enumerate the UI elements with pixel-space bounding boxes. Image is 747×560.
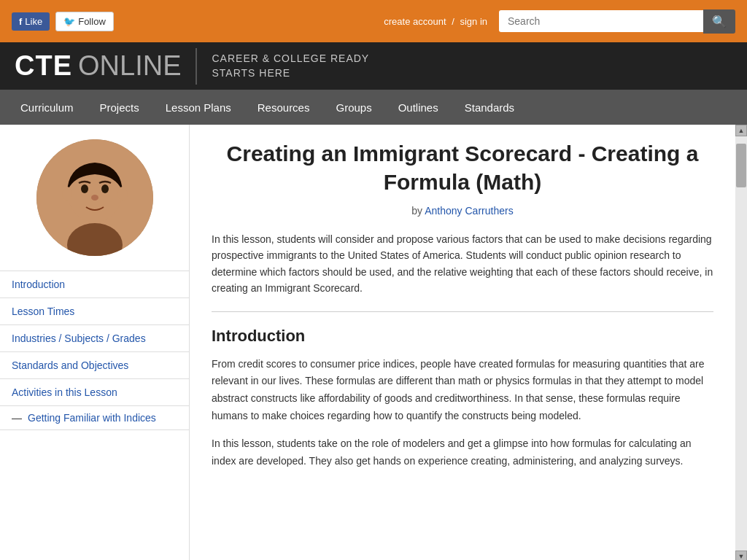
site-header: CTE ONLINE CAREER & COLLEGE READY STARTS…: [0, 42, 747, 90]
svg-point-3: [81, 184, 88, 193]
tagline-line2: STARTS HERE: [212, 66, 369, 81]
nav-standards[interactable]: Standards: [452, 90, 527, 125]
scroll-up-button[interactable]: ▲: [735, 125, 747, 136]
sidebar-link-industries[interactable]: Industries / Subjects / Grades: [0, 325, 189, 352]
svg-point-4: [101, 184, 109, 193]
sidebar-link-introduction[interactable]: Introduction: [0, 271, 189, 298]
intro-text: In this lesson, students will consider a…: [212, 231, 713, 297]
author-avatar: [36, 139, 153, 256]
author-byline: by Anthony Carruthers: [212, 205, 713, 217]
create-account-link[interactable]: create account: [384, 16, 446, 27]
logo-cte: CTE: [15, 50, 72, 82]
fb-label: Like: [25, 16, 42, 27]
twitter-follow-button[interactable]: 🐦 Follow: [55, 12, 114, 31]
sidebar-link-lesson-times[interactable]: Lesson Times: [0, 298, 189, 325]
account-links: create account / sign in: [384, 16, 487, 27]
top-actions: create account / sign in 🔍: [384, 9, 735, 34]
svg-point-6: [62, 187, 72, 201]
svg-point-7: [117, 187, 128, 201]
scroll-track: [735, 136, 747, 551]
account-sep: /: [452, 16, 454, 27]
sidebar-nav: Introduction Lesson Times Industries / S…: [0, 271, 189, 430]
section-divider: [212, 311, 713, 312]
sidebar: Introduction Lesson Times Industries / S…: [0, 125, 190, 560]
sidebar-sub-dash: —: [12, 412, 22, 424]
social-buttons: f Like 🐦 Follow: [12, 12, 114, 31]
section-para2: In this lesson, students take on the rol…: [212, 435, 713, 470]
sidebar-sub-item: — Getting Familiar with Indices: [0, 406, 189, 430]
section-para1: From credit scores to consumer price ind…: [212, 356, 713, 425]
scrollbar: ▲ ▼: [735, 125, 747, 560]
facebook-like-button[interactable]: f Like: [12, 12, 50, 31]
logo-online: ONLINE: [78, 50, 181, 82]
top-bar: f Like 🐦 Follow create account / sign in…: [0, 0, 747, 42]
search-button[interactable]: 🔍: [703, 9, 735, 34]
main-nav: Curriculum Projects Lesson Plans Resourc…: [0, 90, 747, 125]
avatar-svg: [36, 139, 153, 256]
page-title: Creating an Immigrant Scorecard - Creati…: [212, 139, 713, 196]
scroll-thumb[interactable]: [736, 144, 746, 187]
svg-point-5: [91, 195, 98, 201]
nav-outlines[interactable]: Outlines: [385, 90, 452, 125]
content-wrapper: Introduction Lesson Times Industries / S…: [0, 125, 747, 560]
search-area: 🔍: [499, 9, 735, 34]
author-link[interactable]: Anthony Carruthers: [425, 205, 513, 217]
nav-lesson-plans[interactable]: Lesson Plans: [152, 90, 244, 125]
nav-groups[interactable]: Groups: [322, 90, 384, 125]
facebook-icon: f: [19, 16, 22, 27]
logo-divider: [196, 48, 197, 85]
byline-prefix: by: [411, 205, 422, 217]
twitter-icon: 🐦: [63, 16, 75, 27]
sidebar-link-activities[interactable]: Activities in this Lesson: [0, 379, 189, 406]
main-content: Creating an Immigrant Scorecard - Creati…: [190, 125, 735, 560]
sidebar-link-standards[interactable]: Standards and Objectives: [0, 352, 189, 379]
section-heading: Introduction: [212, 327, 713, 346]
tagline-line1: CAREER & COLLEGE READY: [212, 52, 369, 66]
tagline: CAREER & COLLEGE READY STARTS HERE: [212, 52, 369, 80]
scroll-down-button[interactable]: ▼: [735, 551, 747, 560]
nav-projects[interactable]: Projects: [87, 90, 152, 125]
sign-in-link[interactable]: sign in: [460, 16, 487, 27]
sidebar-sub-link-indices[interactable]: Getting Familiar with Indices: [28, 412, 156, 424]
nav-curriculum[interactable]: Curriculum: [7, 90, 87, 125]
nav-resources[interactable]: Resources: [244, 90, 323, 125]
search-input[interactable]: [499, 10, 703, 32]
tw-label: Follow: [78, 16, 106, 27]
search-icon: 🔍: [712, 15, 727, 28]
logo-area: CTE ONLINE: [15, 50, 181, 82]
